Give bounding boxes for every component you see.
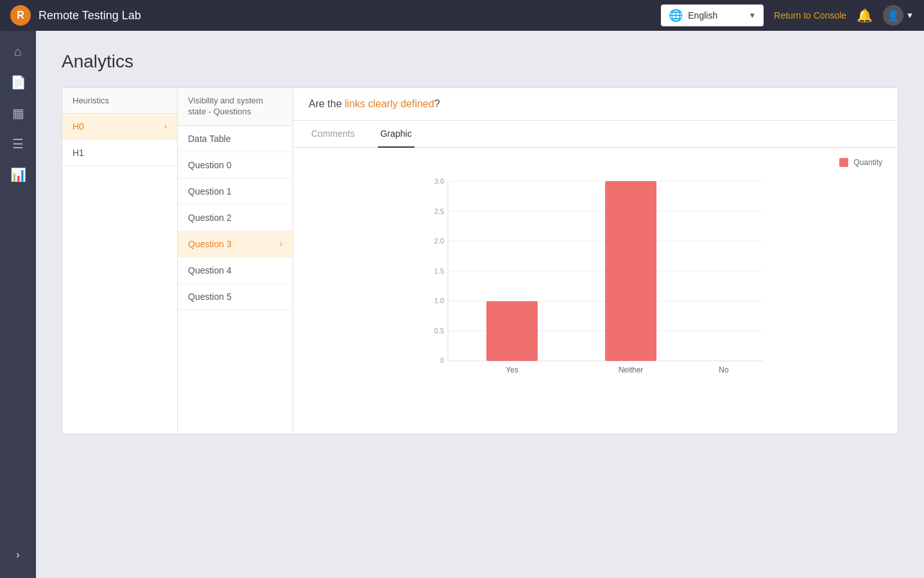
questions-column-header: Visibility and system state - Questions — [178, 88, 293, 126]
sidebar-item-home[interactable]: ⌂ — [5, 39, 31, 64]
tab-graphic[interactable]: Graphic — [378, 121, 415, 148]
home-icon: ⌂ — [14, 44, 22, 59]
chart-area: Quantity — [293, 148, 898, 434]
svg-text:Yes: Yes — [506, 365, 518, 374]
question-item-0[interactable]: Question 0 — [178, 152, 293, 179]
language-selector[interactable]: 🌐 English ▼ — [661, 4, 764, 26]
document-icon: 📄 — [10, 74, 26, 90]
question-item-data-table[interactable]: Data Table — [178, 126, 293, 152]
h0-chevron-icon: › — [164, 122, 167, 131]
expand-icon: › — [16, 549, 19, 561]
sidebar-item-table[interactable]: ▦ — [5, 100, 31, 126]
heuristic-item-h0[interactable]: H0 › — [62, 114, 177, 140]
table-icon: ▦ — [12, 105, 24, 121]
chart-legend: Quantity — [309, 158, 882, 167]
question-item-4[interactable]: Question 4 — [178, 258, 293, 284]
sidebar-expand-button[interactable]: › — [5, 542, 31, 568]
chart-tabs: Comments Graphic — [293, 121, 898, 148]
legend-label: Quantity — [853, 158, 882, 167]
svg-text:1.0: 1.0 — [434, 297, 444, 304]
heuristics-header: Heuristics — [62, 88, 177, 114]
sidebar: ⌂ 📄 ▦ ☰ 📊 › — [0, 31, 36, 578]
question-item-5[interactable]: Question 5 — [178, 284, 293, 310]
user-chevron-icon: ▼ — [906, 11, 914, 20]
notifications-icon[interactable]: 🔔 — [857, 8, 873, 23]
language-icon: 🌐 — [669, 8, 683, 22]
app-logo: R — [10, 5, 31, 26]
sidebar-item-list[interactable]: ☰ — [5, 131, 31, 157]
sidebar-item-document[interactable]: 📄 — [5, 69, 31, 95]
svg-text:No: No — [719, 365, 729, 374]
language-label: English — [688, 10, 717, 21]
legend-color-swatch — [839, 158, 848, 167]
question-item-2[interactable]: Question 2 — [178, 205, 293, 231]
user-menu[interactable]: 👤 ▼ — [883, 5, 914, 26]
questions-column: Visibility and system state - Questions … — [178, 88, 293, 434]
body-layout: ⌂ 📄 ▦ ☰ 📊 › Analytics Heuristics H0 — [0, 31, 924, 578]
avatar: 👤 — [883, 5, 903, 26]
bar-neither — [605, 181, 656, 361]
top-navigation: R Remote Testing Lab 🌐 English ▼ Return … — [0, 0, 924, 31]
heuristics-column: Heuristics H0 › H1 — [62, 88, 178, 434]
app-title: Remote Testing Lab — [38, 9, 661, 22]
list-icon: ☰ — [12, 136, 24, 152]
language-dropdown-arrow: ▼ — [748, 11, 756, 20]
svg-text:3.0: 3.0 — [434, 177, 444, 185]
analytics-panel: Heuristics H0 › H1 Visibility and system… — [62, 87, 898, 434]
tab-comments[interactable]: Comments — [309, 121, 357, 148]
q3-chevron-icon: › — [280, 240, 282, 249]
svg-text:0: 0 — [440, 356, 444, 364]
bar-yes — [486, 301, 538, 361]
topnav-right: 🌐 English ▼ Return to Console 🔔 👤 ▼ — [661, 4, 914, 26]
svg-text:2.0: 2.0 — [434, 237, 444, 245]
chart-question-title: Are the links clearly defined? — [293, 88, 898, 121]
svg-text:2.5: 2.5 — [434, 207, 444, 215]
svg-text:1.5: 1.5 — [434, 267, 444, 275]
question-item-1[interactable]: Question 1 — [178, 179, 293, 205]
svg-text:0.5: 0.5 — [434, 327, 444, 335]
chart-icon: 📊 — [10, 167, 26, 182]
question-item-3[interactable]: Question 3 › — [178, 231, 293, 258]
return-to-console-link[interactable]: Return to Console — [774, 10, 846, 21]
page-title: Analytics — [62, 51, 898, 72]
svg-text:Neither: Neither — [619, 365, 644, 374]
chart-column: Are the links clearly defined? Comments … — [293, 88, 898, 434]
sidebar-item-chart[interactable]: 📊 — [5, 162, 31, 188]
heuristic-item-h1[interactable]: H1 — [62, 140, 177, 166]
main-content: Analytics Heuristics H0 › H1 Visibility … — [36, 31, 924, 578]
bar-chart: 3.0 2.5 2.0 1.5 1.0 0.5 0 Yes — [309, 175, 882, 393]
